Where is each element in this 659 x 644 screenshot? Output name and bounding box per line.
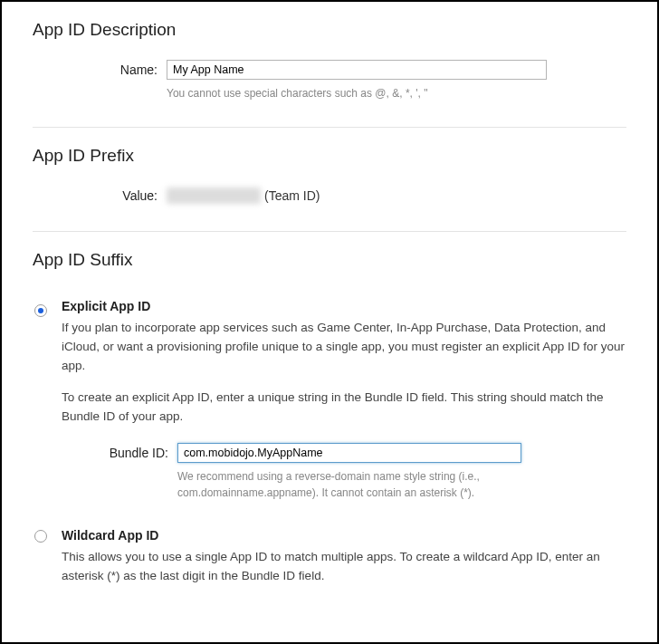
bundle-id-input[interactable] [177,443,521,463]
section-suffix: App ID Suffix Explicit App ID If you pla… [33,250,626,585]
prefix-title: App ID Prefix [33,146,626,166]
name-input[interactable] [167,60,547,80]
page: App ID Description Name: You cannot use … [0,0,659,644]
radio-block-wildcard: Wildcard App ID This allows you to use a… [33,528,626,586]
team-id-value-blurred [167,187,261,204]
section-prefix: App ID Prefix Value: (Team ID) [33,146,626,206]
radio-block-explicit: Explicit App ID If you plan to incorpora… [33,299,626,505]
divider-1 [33,127,626,128]
wildcard-title: Wildcard App ID [62,528,626,543]
value-label: Value: [33,186,167,206]
bundle-id-label: Bundle ID: [62,443,177,463]
explicit-desc1: If you plan to incorporate app services … [62,319,626,376]
name-hint: You cannot use special characters such a… [167,85,626,101]
description-title: App ID Description [33,20,626,40]
radio-wildcard[interactable] [34,530,47,543]
team-id-suffix-text: (Team ID) [264,188,320,203]
bundle-id-hint: We recommend using a reverse-domain name… [177,468,521,501]
explicit-desc2: To create an explicit App ID, enter a un… [62,389,626,427]
wildcard-desc: This allows you to use a single App ID t… [62,548,626,586]
suffix-title: App ID Suffix [33,250,626,270]
radio-explicit[interactable] [34,304,47,317]
section-description: App ID Description Name: You cannot use … [33,20,626,101]
divider-2 [33,231,626,232]
name-label: Name: [33,60,167,80]
explicit-title: Explicit App ID [62,299,626,313]
